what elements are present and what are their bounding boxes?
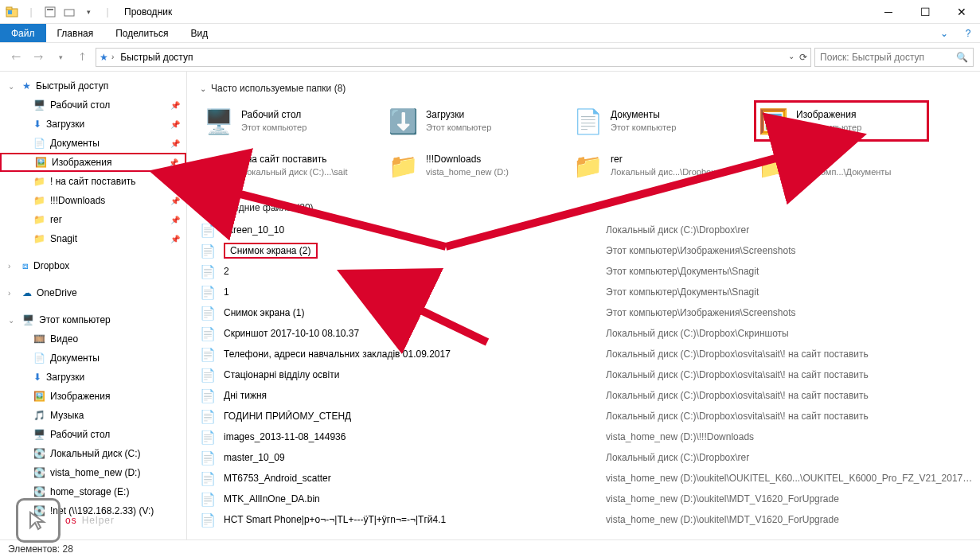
tile-item[interactable]: 📁 ! на сайт поставить Локальный диск (C:… (200, 145, 375, 186)
sidebar-onedrive[interactable]: ›☁OneDrive (0, 283, 186, 302)
sidebar-item-documents[interactable]: 📄Документы (0, 349, 186, 368)
forward-button[interactable]: 🡒 (29, 48, 48, 67)
file-name: Скриншот 2017-10-10 08.10.37 (224, 328, 598, 339)
section-header-frequent[interactable]: ⌄ Часто используемые папки (8) (200, 78, 974, 100)
sidebar-item-desktop[interactable]: 🖥️Рабочий стол (0, 425, 186, 444)
file-row[interactable]: 📄 Стаціонарні відділу освіти Локальный д… (200, 364, 974, 385)
ribbon-share-tab[interactable]: Поделиться (104, 24, 179, 42)
sidebar-item-drive-e[interactable]: 💽home_storage (E:) (0, 482, 186, 501)
chevron-down-icon[interactable]: ⌄ (8, 316, 14, 325)
file-name: Дні тижня (224, 390, 598, 401)
sidebar-this-pc[interactable]: ⌄🖥️Этот компьютер (0, 310, 186, 329)
sidebar-item-downloads[interactable]: ⬇Загрузки📌 (0, 115, 186, 134)
file-row[interactable]: 📄 1 Этот компьютер\Документы\Snagit (200, 282, 974, 302)
file-icon: 📄 (200, 223, 216, 238)
folder-icon: 📁 (386, 149, 420, 182)
chevron-right-icon[interactable]: › (8, 262, 10, 271)
file-row[interactable]: 📄 MTK_AllInOne_DA.bin vista_home_new (D:… (200, 489, 974, 509)
file-row[interactable]: 📄 skreen_10_10 Локальный диск (C:)\Dropb… (200, 220, 974, 240)
pin-icon: 📌 (170, 216, 180, 224)
quick-access-toolbar: | ▾ | (0, 3, 119, 21)
search-icon[interactable]: 🔍 (956, 52, 968, 63)
file-row[interactable]: 📄 ГОДИНИ ПРИЙОМУ_СТЕНД Локальный диск (C… (200, 406, 974, 427)
sidebar-item-pictures[interactable]: 🖼️Изображения (0, 387, 186, 406)
ribbon-expand-button[interactable]: ⌄ (932, 24, 956, 42)
minimize-button[interactable]: ─ (870, 0, 907, 24)
tile-name: Рабочий стол (241, 109, 306, 122)
sidebar-item-folder[interactable]: 📁! на сайт поставить📌 (0, 172, 186, 191)
tile-item[interactable]: 🖥️ Рабочий стол Этот компьютер (200, 100, 375, 142)
folder-icon: 📁 (201, 149, 235, 182)
onedrive-icon: ☁ (22, 287, 32, 298)
search-input[interactable] (820, 52, 956, 63)
tile-sub: Локальный диск (C:)...\sait (241, 166, 347, 177)
sidebar-item-downloads[interactable]: ⬇Загрузки (0, 368, 186, 387)
file-row[interactable]: 📄 Снимок экрана (2) Этот компьютер\Изобр… (200, 240, 974, 261)
close-button[interactable]: ✕ (943, 0, 980, 24)
sidebar-item-drive-d[interactable]: 💽vista_home_new (D:) (0, 463, 186, 482)
ribbon-file-tab[interactable]: Файл (0, 24, 46, 42)
sidebar-item-music[interactable]: 🎵Музыка (0, 406, 186, 425)
network-drive-icon: 💽 (33, 505, 45, 516)
sidebar-item-pictures[interactable]: 🖼️Изображения📌 (0, 153, 186, 172)
address-bar[interactable]: ★ › Быстрый доступ ⌄ ⟳ (96, 48, 811, 67)
back-button[interactable]: 🡐 (6, 48, 25, 67)
qat-dropdown-icon[interactable]: ▾ (80, 3, 97, 21)
sidebar-item-label: Этот компьютер (39, 314, 111, 325)
folder-icon: 📁 (755, 149, 789, 182)
address-dropdown-icon[interactable]: ⌄ (788, 52, 795, 63)
tile-item[interactable]: 🖼️ Изображения Этот компьютер (754, 100, 929, 142)
file-row[interactable]: 📄 Снимок экрана (1) Этот компьютер\Изобр… (200, 302, 974, 323)
chevron-down-icon[interactable]: ⌄ (200, 84, 206, 93)
file-row[interactable]: 📄 2 Этот компьютер\Документы\Snagit (200, 261, 974, 282)
tile-item[interactable]: 📄 Документы Этот компьютер (569, 100, 744, 142)
file-row[interactable]: 📄 MT6753_Android_scatter vista_home_new … (200, 468, 974, 489)
file-row[interactable]: 📄 master_10_09 Локальный диск (C:)\Dropb… (200, 447, 974, 468)
address-row: 🡐 🡒 ▾ 🡑 ★ › Быстрый доступ ⌄ ⟳ 🔍 (0, 43, 980, 72)
sidebar-item-folder[interactable]: 📁!!!Downloads📌 (0, 191, 186, 210)
ribbon-view-tab[interactable]: Вид (179, 24, 219, 42)
chevron-right-icon[interactable]: › (8, 289, 10, 298)
sidebar-item-folder[interactable]: 📁rer📌 (0, 210, 186, 229)
sidebar-item-videos[interactable]: 🎞️Видео (0, 329, 186, 349)
sidebar-quick-access[interactable]: ⌄ ★ Быстрый доступ (0, 76, 186, 95)
sidebar-item-folder[interactable]: 📁Snagit📌 (0, 229, 186, 248)
chevron-down-icon[interactable]: ⌄ (200, 204, 206, 212)
downloads-icon: ⬇ (33, 119, 41, 130)
file-location: Локальный диск (C:)\Dropbox\osvita\sait\… (606, 390, 974, 401)
file-row[interactable]: 📄 images_2013-11-08_144936 vista_home_ne… (200, 427, 974, 447)
up-button[interactable]: 🡑 (73, 48, 92, 67)
sidebar-item-documents[interactable]: 📄Документы📌 (0, 134, 186, 153)
tile-item[interactable]: ⬇️ Загрузки Этот компьютер (385, 100, 560, 142)
file-icon: 📄 (200, 368, 216, 383)
recent-dropdown[interactable]: ▾ (51, 48, 70, 67)
refresh-icon[interactable]: ⟳ (799, 52, 807, 63)
explorer-icon[interactable] (3, 3, 21, 21)
file-name: HCT Smart Phone|p+o¬-¬|TL+---ÿT|+ÿгn¬=-¬… (224, 514, 598, 525)
help-button[interactable]: ? (956, 24, 980, 42)
pin-icon: 📌 (170, 101, 180, 110)
sidebar-dropbox[interactable]: ›⧈Dropbox (0, 256, 186, 275)
folder-icon: 📁 (33, 195, 45, 206)
breadcrumb-root[interactable]: Быстрый доступ (117, 52, 196, 63)
new-folder-icon[interactable] (61, 3, 78, 21)
ribbon-home-tab[interactable]: Главная (46, 24, 105, 42)
tile-item[interactable]: 📁 rer Локальный дис...\Dropbox (569, 145, 744, 186)
file-row[interactable]: 📄 Скриншот 2017-10-10 08.10.37 Локальный… (200, 323, 974, 344)
tile-item[interactable]: 📁 !!!Downloads vista_home_new (D:) (385, 145, 560, 186)
chevron-down-icon[interactable]: ⌄ (8, 82, 14, 91)
tile-item[interactable]: 📁 Snagit Этот комп...\Документы (754, 145, 929, 186)
tile-name: Изображения (796, 109, 861, 122)
maximize-button[interactable]: ☐ (907, 0, 943, 24)
file-row[interactable]: 📄 Телефони, адреси навчальних закладів 0… (200, 344, 974, 364)
sidebar-item-drive-c[interactable]: 💽Локальный диск (C:) (0, 444, 186, 463)
file-name: images_2013-11-08_144936 (224, 431, 598, 442)
section-header-recent[interactable]: ⌄ Последние файлы (20) (200, 197, 974, 220)
properties-icon[interactable] (41, 3, 59, 21)
file-row[interactable]: 📄 HCT Smart Phone|p+o¬-¬|TL+---ÿT|+ÿгn¬=… (200, 509, 974, 530)
drive-icon: 💽 (33, 448, 45, 459)
sidebar-item-desktop[interactable]: 🖥️Рабочий стол📌 (0, 95, 186, 115)
sidebar-item-network-drive[interactable]: 💽!net (\\192.168.2.33) (V:) (0, 501, 186, 520)
file-row[interactable]: 📄 Дні тижня Локальный диск (C:)\Dropbox\… (200, 385, 974, 406)
search-box[interactable]: 🔍 (814, 48, 974, 67)
